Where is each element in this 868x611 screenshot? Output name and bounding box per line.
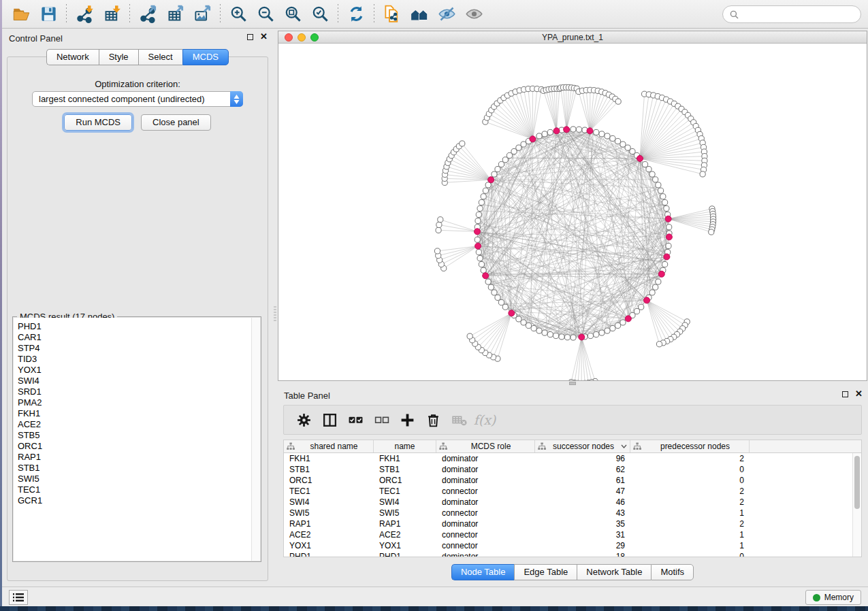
mcds-hub-node[interactable] (658, 271, 664, 277)
duplicate-network-icon[interactable] (379, 3, 406, 26)
table-cell[interactable]: connector (436, 541, 535, 550)
ring-node[interactable] (476, 212, 481, 217)
leaf-node[interactable] (615, 99, 621, 104)
show-panel-list-button[interactable] (9, 590, 28, 605)
mcds-hub-node[interactable] (579, 334, 585, 340)
ring-node[interactable] (475, 237, 480, 242)
table-cell[interactable]: 96 (535, 454, 630, 463)
ring-node[interactable] (664, 205, 669, 211)
ring-node[interactable] (483, 188, 488, 193)
criterion-select[interactable]: largest connected component (undirected) (32, 91, 243, 107)
ring-node[interactable] (576, 127, 581, 132)
table-cell[interactable]: RAP1 (374, 519, 436, 529)
mcds-hub-node[interactable] (625, 316, 631, 322)
ring-node[interactable] (620, 142, 626, 147)
mcds-result-item[interactable]: SWI4 (18, 376, 260, 386)
ring-node[interactable] (542, 330, 547, 335)
table-cell[interactable]: 1 (630, 541, 750, 550)
ring-node[interactable] (594, 331, 599, 337)
ring-node[interactable] (662, 261, 668, 267)
leaf-node[interactable] (434, 248, 440, 254)
ring-node[interactable] (521, 142, 526, 147)
ring-node[interactable] (610, 135, 615, 141)
column-menu-icon[interactable] (621, 444, 627, 448)
table-cell[interactable]: 1 (630, 530, 750, 540)
ring-node[interactable] (594, 129, 599, 135)
delete-row-icon[interactable] (421, 409, 445, 431)
ring-node[interactable] (485, 279, 491, 284)
table-cell[interactable]: SWI4 (374, 497, 436, 507)
table-cell[interactable]: 2 (630, 454, 750, 463)
network-graph[interactable] (278, 44, 867, 380)
mcds-hub-node[interactable] (666, 234, 672, 240)
leaf-node[interactable] (436, 222, 442, 227)
ring-node[interactable] (502, 304, 508, 310)
table-cell[interactable]: 2 (630, 497, 750, 507)
zoom-selected-icon[interactable] (306, 3, 334, 26)
ring-node[interactable] (536, 328, 542, 333)
mcds-hub-node[interactable] (553, 128, 560, 134)
table-row[interactable]: SWI5SWI5connector431 (284, 508, 861, 518)
mcds-result-item[interactable]: TID3 (18, 354, 260, 365)
ring-node[interactable] (615, 138, 620, 144)
table-row[interactable]: FKH1FKH1dominator962 (284, 453, 861, 464)
table-scrollbar[interactable] (852, 453, 861, 557)
leaf-node[interactable] (700, 171, 705, 177)
mcds-result-item[interactable]: FKH1 (18, 408, 260, 419)
leaf-node[interactable] (709, 229, 714, 235)
show-all-icon[interactable] (460, 3, 487, 26)
ring-node[interactable] (542, 131, 547, 137)
ring-node[interactable] (599, 131, 605, 137)
mcds-result-item[interactable]: TEC1 (18, 484, 260, 495)
ring-node[interactable] (656, 279, 661, 284)
table-cell[interactable]: 46 (535, 497, 630, 507)
export-table-icon[interactable] (161, 3, 189, 26)
ring-node[interactable] (479, 199, 484, 205)
mcds-result-item[interactable]: STP4 (18, 343, 260, 354)
ring-node[interactable] (610, 325, 615, 331)
deselect-all-icon[interactable] (370, 409, 393, 431)
leaf-node[interactable] (656, 342, 662, 347)
ring-node[interactable] (630, 148, 635, 154)
ring-node[interactable] (477, 205, 483, 211)
ring-node[interactable] (570, 335, 576, 340)
ring-node[interactable] (531, 325, 536, 331)
table-cell[interactable]: 47 (535, 486, 630, 496)
ring-node[interactable] (666, 243, 671, 248)
ring-node[interactable] (536, 133, 542, 139)
column-header-name[interactable]: name (374, 440, 436, 452)
table-cell[interactable]: YOX1 (374, 541, 436, 550)
table-cell[interactable]: ACE2 (284, 530, 374, 540)
ring-node[interactable] (564, 335, 570, 340)
mcds-hub-node[interactable] (483, 273, 489, 279)
close-panel-icon[interactable]: ✕ (260, 33, 268, 40)
table-cell[interactable]: 2 (630, 519, 750, 529)
mcds-hub-node[interactable] (488, 177, 494, 183)
ring-node[interactable] (521, 320, 526, 325)
ring-node[interactable] (498, 161, 504, 167)
tab-network-table[interactable]: Network Table (577, 564, 651, 580)
leaf-node[interactable] (467, 333, 472, 339)
memory-button[interactable]: Memory (805, 590, 861, 605)
mcds-result-item[interactable]: YOX1 (18, 365, 260, 376)
table-cell[interactable]: SWI5 (374, 508, 436, 518)
table-row[interactable]: STB1STB1dominator620 (284, 464, 861, 475)
ring-node[interactable] (479, 261, 484, 267)
ring-node[interactable] (620, 320, 626, 325)
ring-node[interactable] (553, 333, 558, 338)
mcds-hub-node[interactable] (475, 229, 481, 235)
table-cell[interactable]: PHD1 (284, 552, 374, 557)
ring-node[interactable] (615, 323, 620, 328)
ring-node[interactable] (634, 308, 639, 314)
columns-icon[interactable] (318, 409, 341, 431)
table-cell[interactable]: dominator (436, 454, 535, 463)
ring-node[interactable] (477, 256, 483, 261)
table-row[interactable]: ACE2ACE2connector311 (284, 529, 861, 540)
export-image-icon[interactable] (189, 3, 216, 26)
float-table-panel-icon[interactable] (842, 391, 848, 397)
table-cell[interactable]: 43 (535, 508, 630, 518)
column-header-MCDS-role[interactable]: MCDS role (436, 440, 535, 452)
tab-edge-table[interactable]: Edge Table (514, 564, 577, 580)
table-cell[interactable]: SWI4 (284, 497, 374, 507)
table-scrollbar-thumb[interactable] (854, 456, 860, 509)
